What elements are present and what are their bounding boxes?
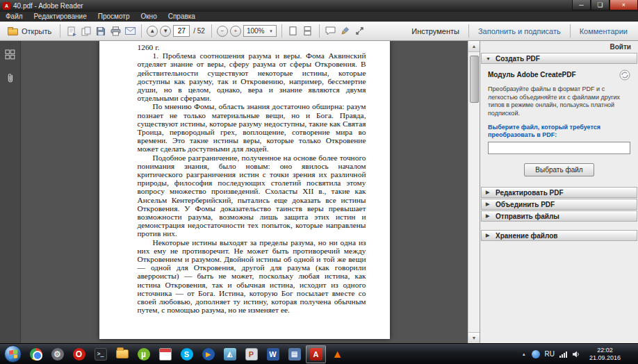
network-signal-icon[interactable] <box>559 351 567 358</box>
menu-help[interactable]: Справка <box>163 12 201 21</box>
taskbar-chrome-icon[interactable] <box>25 344 47 364</box>
sign-in-link[interactable]: Войти <box>610 43 631 51</box>
signature-icon[interactable] <box>339 25 352 38</box>
volume-icon[interactable] <box>572 348 580 361</box>
vertical-scrollbar[interactable]: ▲ ▼ <box>468 41 480 343</box>
paragraph: Подобное разграничение, полученное на ос… <box>138 154 366 238</box>
print-icon[interactable] <box>109 25 122 38</box>
create-pdf-body: Модуль Adobe CreatePDF Преобразуйте файл… <box>480 64 638 186</box>
navigation-pane-strip <box>0 41 21 343</box>
chevron-collapsed-icon: ▶ <box>486 190 491 195</box>
file-input[interactable] <box>488 142 630 154</box>
zoom-out-button[interactable]: − <box>217 26 228 37</box>
previous-page-button[interactable]: ▲ <box>147 26 158 37</box>
menu-edit[interactable]: Редактирование <box>28 12 92 21</box>
create-pdf-header-label: Создать PDF <box>496 55 540 63</box>
taskbar-folder-icon[interactable] <box>111 344 133 364</box>
taskbar-adobe-reader-icon[interactable]: A <box>306 345 326 363</box>
paragraph: По мнению Фомы, область знания достаточн… <box>138 102 366 153</box>
toolbar-separator <box>468 24 469 38</box>
edit-pdf-section-header[interactable]: ▶ Редактировать PDF <box>481 187 637 198</box>
maximize-button[interactable]: ❏ <box>591 0 610 10</box>
titlebar: A 40.pdf - Adobe Reader ─ ❏ × <box>0 0 638 12</box>
toolbar: Открыть ▲ ▼ / 52 − + 100% ▼ <box>0 22 638 41</box>
tray-app-icon[interactable] <box>532 350 540 358</box>
adobe-reader-app-icon: A <box>3 2 10 10</box>
close-button[interactable]: × <box>610 0 638 10</box>
taskbar-calendar-icon[interactable] <box>154 344 176 364</box>
attachments-paperclip-icon[interactable] <box>4 72 17 84</box>
window-title: 40.pdf - Adobe Reader <box>13 2 83 10</box>
taskbar-media-player-icon[interactable]: ▶ <box>197 344 219 364</box>
language-indicator[interactable]: RU <box>545 350 555 358</box>
show-hidden-icons-button[interactable]: ▴ <box>521 351 527 357</box>
send-files-section-header[interactable]: ▶ Отправить файлы <box>481 210 637 222</box>
create-pdf-section-header[interactable]: ▼ Создать PDF <box>481 53 637 64</box>
page-number-input[interactable] <box>173 25 190 37</box>
export-icon[interactable] <box>80 25 92 38</box>
windows-taskbar: ⚙ O >_ µ S ▶ ◭ P W ▤ A ▲ ▴ RU 22:02 2 <box>0 343 638 364</box>
taskbar-photo-viewer-icon[interactable]: ◭ <box>219 344 240 364</box>
choose-file-button[interactable]: Выбрать файл <box>524 163 594 176</box>
save-icon[interactable] <box>95 25 107 38</box>
menu-window[interactable]: Окно <box>135 12 162 21</box>
open-button[interactable]: Открыть <box>4 24 55 38</box>
taskbar-word-icon[interactable]: W <box>262 344 284 364</box>
zoom-in-button[interactable]: + <box>230 26 241 37</box>
zoom-level-value: 100% <box>247 27 265 35</box>
comments-button[interactable]: Комментарии <box>573 24 634 39</box>
page-header-line: 1260 г. <box>138 43 366 51</box>
create-pdf-icon[interactable] <box>65 25 78 38</box>
page-count-label: / 52 <box>192 27 206 35</box>
menu-view[interactable]: Просмотр <box>92 12 136 21</box>
system-tray: ▴ RU 22:02 21.09.2016 <box>521 344 638 364</box>
start-button[interactable] <box>0 344 25 364</box>
file-storage-section-header[interactable]: ▶ Хранение файлов <box>481 230 637 241</box>
clock-date: 21.09.2016 <box>589 354 621 362</box>
scroll-down-button[interactable]: ▼ <box>468 332 480 343</box>
taskbar-clock[interactable]: 22:02 21.09.2016 <box>584 347 625 361</box>
taskbar-file-manager-icon[interactable]: ▤ <box>284 344 305 364</box>
taskbar-paint-icon[interactable]: P <box>240 344 262 364</box>
createpdf-description: Преобразуйте файлы в формат PDF и с легк… <box>488 85 630 117</box>
toolbar-right-group: Инструменты Заполнить и подписать Коммен… <box>405 24 634 39</box>
chevron-collapsed-icon: ▶ <box>486 233 491 238</box>
paragraph: Некоторые истины выходят за пределы разу… <box>138 238 366 315</box>
email-icon[interactable] <box>124 25 136 38</box>
menu-file[interactable]: Файл <box>0 12 28 21</box>
open-button-label: Открыть <box>22 27 51 35</box>
taskbar-settings-gear-icon[interactable]: ⚙ <box>47 344 68 364</box>
chevron-down-icon: ▼ <box>269 29 273 33</box>
send-files-header-label: Отправить файлы <box>496 213 559 220</box>
page-thumbnails-icon[interactable] <box>4 48 17 60</box>
toolbar-separator <box>319 24 320 38</box>
clock-time: 22:02 <box>589 347 621 354</box>
document-canvas: 1260 г. 1. Проблема соотношения разума и… <box>21 41 468 343</box>
paragraph: 1. Проблема соотношения разума и веры. Ф… <box>138 51 366 102</box>
taskbar-terminal-icon[interactable]: >_ <box>90 344 111 364</box>
main-area: 1260 г. 1. Проблема соотношения разума и… <box>0 41 638 343</box>
fullscreen-icon[interactable] <box>354 25 366 38</box>
taskbar-opera-icon[interactable]: O <box>68 344 90 364</box>
chevron-collapsed-icon: ▶ <box>486 213 491 219</box>
fill-and-sign-button[interactable]: Заполнить и подписать <box>472 24 567 39</box>
scrollbar-thumb[interactable] <box>470 56 479 103</box>
zoom-level-select[interactable]: 100% ▼ <box>243 25 277 37</box>
tools-button[interactable]: Инструменты <box>405 24 466 39</box>
continuous-scroll-view-icon[interactable] <box>302 25 314 38</box>
pdf-page: 1260 г. 1. Проблема соотношения разума и… <box>99 41 390 339</box>
minimize-button[interactable]: ─ <box>572 0 591 10</box>
combine-pdf-section-header[interactable]: ▶ Объединить PDF <box>481 199 637 210</box>
toolbar-separator <box>141 24 142 38</box>
adobe-reader-window: A 40.pdf - Adobe Reader ─ ❏ × Файл Редак… <box>0 0 638 364</box>
createpdf-module-icon <box>619 69 630 82</box>
comment-bubble-icon[interactable] <box>325 25 337 38</box>
taskbar-utorrent-icon[interactable]: µ <box>133 344 154 364</box>
window-controls: ─ ❏ × <box>572 0 638 10</box>
scroll-up-button[interactable]: ▲ <box>468 41 480 52</box>
taskbar-vlc-icon[interactable]: ▲ <box>327 344 348 364</box>
single-page-view-icon[interactable] <box>287 25 300 38</box>
taskbar-skype-icon[interactable]: S <box>176 344 197 364</box>
next-page-button[interactable]: ▼ <box>160 26 171 37</box>
menubar: Файл Редактирование Просмотр Окно Справк… <box>0 12 638 22</box>
